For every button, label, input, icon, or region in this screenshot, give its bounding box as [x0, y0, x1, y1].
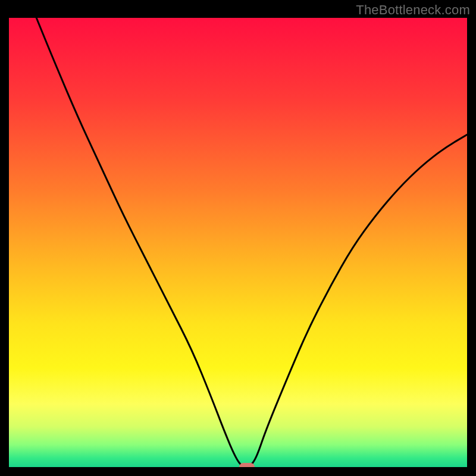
- bottleneck-curve-path: [36, 18, 467, 467]
- watermark-label: TheBottleneck.com: [356, 2, 470, 18]
- bottleneck-marker: [239, 463, 255, 467]
- chart-frame: TheBottleneck.com: [0, 0, 476, 476]
- plot-gradient-area: [9, 18, 467, 467]
- bottleneck-curve-svg: [9, 18, 467, 467]
